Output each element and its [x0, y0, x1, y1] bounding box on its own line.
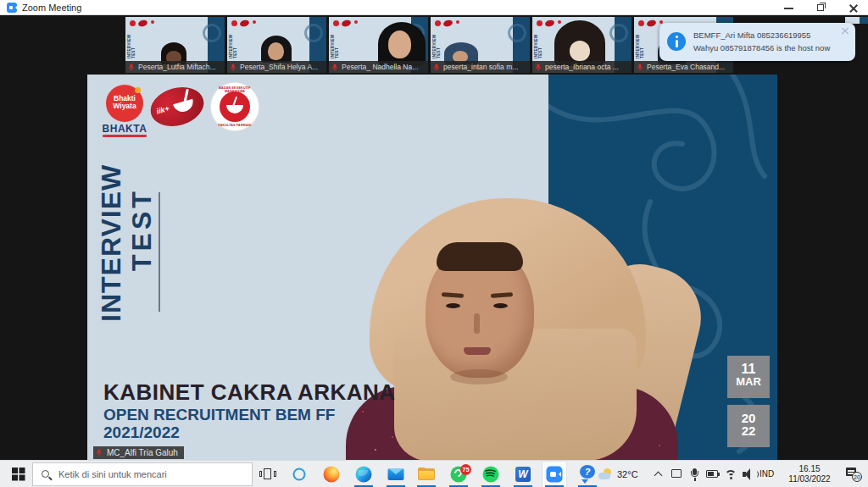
action-center-badge: 20 [852, 472, 862, 482]
slide-vertical-title-test: TEST [126, 188, 158, 271]
display-tray-icon[interactable] [668, 461, 685, 487]
muted-mic-icon [433, 64, 440, 71]
battery-tray-icon[interactable] [704, 461, 722, 487]
bem-fakultas-farmasi-logo: BADAN EKSEKUTIF MAHASISWA FAKULTAS FARMA… [211, 83, 259, 130]
speaker-face [426, 244, 534, 378]
word-icon[interactable]: W [510, 461, 536, 487]
file-explorer-icon[interactable] [414, 461, 439, 487]
windows-logo-icon [12, 468, 25, 481]
taskbar-search[interactable] [32, 462, 253, 486]
thumb-slide-title: INTERVIEW TEST [331, 25, 339, 58]
thumb-slide-title: INTERVIEW TEST [127, 25, 136, 58]
speaker-name-label: MC_Alfi Tria Galuh [93, 446, 184, 459]
thumb-slide-title: INTERVIEW TEST [229, 25, 237, 58]
batik-swirl-pattern [548, 75, 777, 460]
muted-mic-icon [96, 449, 103, 457]
weather-icon[interactable] [595, 461, 615, 487]
host-notification: BEMFF_Ari Mifta 085236619955 Wahyu 08579… [659, 23, 855, 61]
tray-date: 11/03/2022 [783, 474, 836, 484]
window-titlebar: Zoom Meeting [0, 0, 868, 15]
minimize-button[interactable] [776, 0, 802, 15]
cortana-icon[interactable] [287, 461, 312, 487]
participant-name-label: Peserta_Shifa Helya A... [227, 61, 326, 73]
participant-thumbnail[interactable]: INTERVIEW TEST Peserta_ Nadhella Na... [329, 17, 428, 73]
start-button[interactable] [7, 461, 31, 487]
search-input[interactable] [58, 464, 245, 484]
muted-mic-icon [535, 64, 542, 71]
tray-time: 16.15 [783, 464, 836, 474]
info-icon [667, 32, 686, 51]
spotify-icon[interactable] [478, 461, 504, 487]
action-center-icon[interactable]: 20 [841, 461, 866, 487]
slide-subheading: OPEN RECRUITMENT BEM FF [103, 406, 335, 424]
participant-name-label: Peserta_ Nadhella Na... [329, 61, 428, 73]
whatsapp-icon[interactable]: 75 [446, 461, 471, 487]
thumb-slide-title: INTERVIEW TEST [636, 25, 644, 58]
zoom-taskbar-icon[interactable] [542, 461, 567, 487]
slide-divider-line [159, 192, 160, 312]
participant-thumbnail[interactable]: INTERVIEW TEST Peserta_Lutfia Miftach... [125, 17, 225, 73]
microphone-tray-icon[interactable] [687, 461, 702, 487]
system-tray: 32°C IND 16.15 11/03/2022 20 [595, 461, 868, 487]
firefox-icon[interactable] [319, 461, 344, 487]
windows-taskbar: 75 W ? 32°C IND [0, 460, 868, 487]
date-box-day: 11 MAR [727, 356, 770, 398]
edge-icon[interactable] [351, 461, 376, 487]
wifi-tray-icon[interactable] [722, 461, 739, 487]
spotify-waves-icon [485, 468, 496, 479]
slide-vertical-title-interview: INTERVIEW [96, 164, 127, 322]
muted-mic-icon [128, 64, 135, 71]
participant-name-label: peserta_Ibriana octa ... [532, 61, 632, 73]
restore-button[interactable] [809, 0, 834, 15]
close-button[interactable] [841, 0, 866, 15]
notification-close-icon[interactable] [841, 27, 849, 36]
volume-tray-icon[interactable] [740, 461, 757, 487]
iik-logo: iik+ [146, 81, 209, 132]
search-icon [42, 470, 49, 478]
slide-navy-panel [548, 75, 777, 460]
bhakta-tagline-bar [103, 135, 147, 137]
task-view-icon[interactable] [256, 461, 281, 487]
participant-thumbnail[interactable]: INTERVIEW TEST peserta_Ibriana octa ... [532, 17, 632, 73]
slide-heading: KABINET CAKRA ARKANA [103, 379, 396, 406]
window-title: Zoom Meeting [22, 2, 81, 14]
participant-name-label: Peserta_Eva Chasand... [634, 61, 733, 73]
thumb-slide-title: INTERVIEW TEST [432, 25, 441, 58]
bhakta-wordmark: BHAKTA [98, 123, 151, 135]
main-speaker-video[interactable]: BhaktiWiyata BHAKTA iik+ BADAN EKSEKUTIF… [87, 75, 777, 460]
mail-icon[interactable] [383, 461, 409, 487]
date-box-year: 20 22 [727, 405, 770, 447]
temperature-readout[interactable]: 32°C [617, 461, 638, 487]
notification-text: BEMFF_Ari Mifta 085236619955 Wahyu 08579… [693, 29, 837, 54]
participant-name-label: Peserta_Lutfia Miftach... [125, 61, 225, 73]
muted-mic-icon [230, 64, 236, 71]
participant-thumbnail[interactable]: INTERVIEW TEST peserta_intan sofia m... [431, 17, 530, 73]
meeting-canvas: INTERVIEW TEST Peserta_Lutfia Miftach...… [0, 15, 868, 460]
muted-mic-icon [637, 64, 643, 71]
thumb-slide-title: INTERVIEW TEST [534, 25, 542, 58]
participant-name-label: peserta_intan sofia m... [431, 61, 530, 73]
tray-overflow-chevron-icon[interactable] [651, 461, 666, 487]
zoom-app-icon [7, 3, 17, 13]
language-indicator[interactable]: IND [760, 461, 780, 487]
whatsapp-badge: 75 [460, 464, 471, 475]
participant-thumbnail[interactable]: INTERVIEW TEST Peserta_Shifa Helya A... [227, 17, 326, 73]
screen: Zoom Meeting INTERVIEW TEST Peserta_Lutf… [0, 0, 868, 487]
muted-mic-icon [331, 64, 338, 71]
slide-year: 2021/2022 [103, 423, 180, 442]
bhakti-wiyata-logo: BhaktiWiyata [106, 85, 143, 122]
taskbar-clock[interactable]: 16.15 11/03/2022 [783, 461, 836, 487]
